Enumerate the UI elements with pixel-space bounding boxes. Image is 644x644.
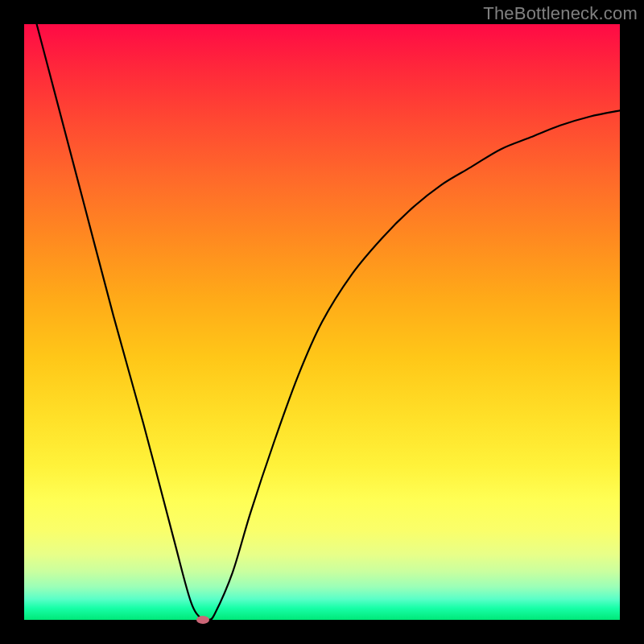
chart-frame: TheBottleneck.com [0,0,644,644]
bottleneck-curve [24,24,620,620]
plot-area [24,24,620,620]
minimum-marker [196,616,209,624]
curve-svg [24,24,620,620]
watermark-text: TheBottleneck.com [483,3,638,24]
